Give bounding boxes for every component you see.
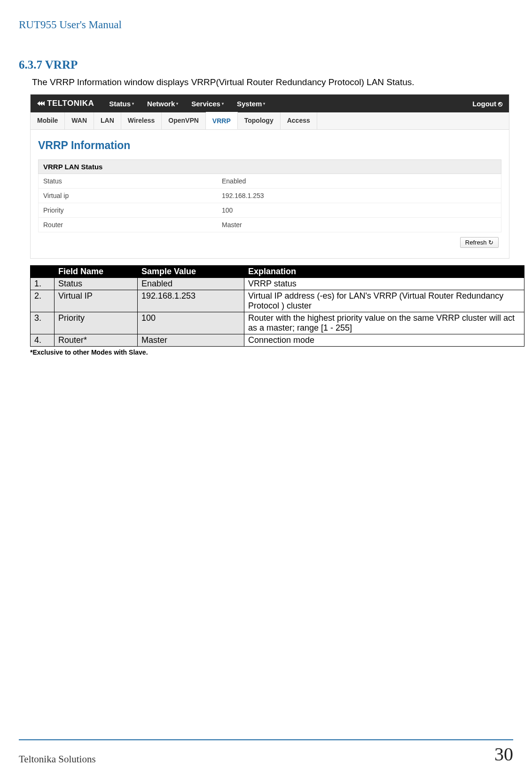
label-status: Status (39, 174, 217, 188)
document-header: RUT955 User's Manual (19, 19, 513, 35)
th-num (31, 266, 55, 278)
brand-logo[interactable]: TELTONIKA (37, 99, 94, 108)
label-router: Router (39, 218, 217, 232)
nav-services[interactable]: Services▾ (191, 100, 224, 108)
brand-name: TELTONIKA (47, 99, 94, 108)
chevron-down-icon: ▾ (263, 102, 265, 106)
logout-button[interactable]: Logout⎋ (472, 100, 502, 108)
field-description-table: Field Name Sample Value Explanation 1.St… (30, 265, 524, 347)
th-sample: Sample Value (138, 266, 244, 278)
brand-logo-icon (37, 101, 44, 106)
panel-title: VRRP Information (38, 139, 501, 152)
top-nav-bar: TELTONIKA Status▾ Network▾ Services▾ Sys… (31, 95, 509, 112)
tab-lan[interactable]: LAN (94, 112, 121, 129)
page-footer: Teltonika Solutions 30 (19, 739, 513, 765)
nav-status[interactable]: Status▾ (109, 100, 134, 108)
table-footnote: *Exclusive to other Modes with Slave. (30, 348, 513, 356)
chevron-down-icon: ▾ (132, 102, 134, 106)
tab-wan[interactable]: WAN (65, 112, 94, 129)
value-virtual-ip: 192.168.1.253 (217, 189, 269, 203)
nav-network[interactable]: Network▾ (147, 100, 178, 108)
value-router: Master (217, 218, 247, 232)
row-virtual-ip: Virtual ip192.168.1.253 (38, 189, 501, 203)
sub-tabs: Mobile WAN LAN Wireless OpenVPN VRRP Top… (31, 112, 509, 130)
tab-wireless[interactable]: Wireless (121, 112, 162, 129)
tab-mobile[interactable]: Mobile (31, 112, 65, 129)
nav-system[interactable]: System▾ (237, 100, 265, 108)
page-number: 30 (494, 743, 513, 765)
th-field: Field Name (55, 266, 138, 278)
label-priority: Priority (39, 203, 217, 217)
section-intro: The VRRP Information window displays VRR… (32, 77, 513, 87)
table-row: 1.StatusEnabledVRRP status (31, 278, 524, 290)
label-virtual-ip: Virtual ip (39, 189, 217, 203)
router-ui-screenshot: TELTONIKA Status▾ Network▾ Services▾ Sys… (30, 94, 509, 259)
footer-company: Teltonika Solutions (19, 753, 96, 765)
logout-icon: ⎋ (498, 100, 502, 108)
table-row: 4.Router*MasterConnection mode (31, 334, 524, 347)
refresh-icon: ↻ (488, 239, 493, 246)
content-panel: VRRP Information VRRP LAN Status StatusE… (31, 130, 509, 258)
tab-openvpn[interactable]: OpenVPN (162, 112, 206, 129)
tab-vrrp[interactable]: VRRP (206, 112, 238, 129)
refresh-button[interactable]: Refresh ↻ (460, 237, 499, 248)
table-row: 3.Priority100Router with the highest pri… (31, 312, 524, 334)
panel-section-header: VRRP LAN Status (38, 159, 501, 174)
th-explain: Explanation (244, 266, 524, 278)
table-row: 2.Virtual IP192.168.1.253Virtual IP addr… (31, 290, 524, 312)
chevron-down-icon: ▾ (222, 102, 224, 106)
row-status: StatusEnabled (38, 174, 501, 189)
tab-topology[interactable]: Topology (238, 112, 281, 129)
value-status: Enabled (217, 174, 250, 188)
value-priority: 100 (217, 203, 237, 217)
section-title: 6.3.7 VRRP (19, 58, 513, 71)
tab-access[interactable]: Access (281, 112, 317, 129)
main-nav: Status▾ Network▾ Services▾ System▾ (109, 100, 472, 108)
chevron-down-icon: ▾ (176, 102, 178, 106)
row-router: RouterMaster (38, 218, 501, 232)
row-priority: Priority100 (38, 203, 501, 218)
